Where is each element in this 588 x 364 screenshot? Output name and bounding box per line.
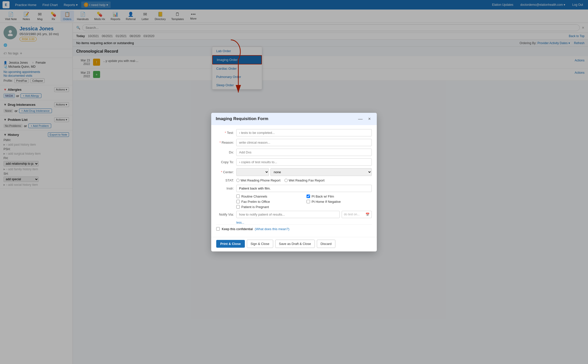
stat-label: STAT: [216,178,234,182]
wet-reading-phone-label: Wet Reading Phone Report [241,178,280,182]
checkbox-grid: Routine Channels Pt Back w/ Film Fax Pre… [236,195,372,209]
center-select-1[interactable] [236,168,269,176]
modal-overlay: Imaging Requisition Form — × Test: Reaso… [0,0,588,364]
wet-reading-fax-label: Wet Reading Fax Report [289,178,325,182]
sign-close-btn[interactable]: Sign & Close [247,240,273,248]
confidential-row: Keep this confidential (What does this m… [216,224,372,233]
modal-header: Imaging Requisition Form — × [211,113,377,125]
save-as-draft-btn[interactable]: Save as Draft & Close [275,240,315,248]
confidential-text: Keep this confidential [222,227,253,231]
copy-to-input[interactable] [236,158,372,166]
less-link[interactable]: less... [236,221,244,224]
modal-body: Test: Reason: Dx: Copy To: Center: [211,125,377,237]
modal-title: Imaging Requisition Form [216,116,268,121]
copy-to-label: Copy To: [216,160,234,164]
do-test-placeholder: do test on... [344,213,360,216]
patient-pregnant-checkbox[interactable]: Patient is Pregnant [236,205,302,209]
wet-reading-fax-radio[interactable]: Wet Reading Fax Report [284,178,325,182]
patient-pregnant-label: Patient is Pregnant [241,205,269,209]
instr-label: Instr: [216,187,234,190]
pt-home-negative-label: Pt Home If Negative [312,200,341,204]
discard-btn[interactable]: Discard [317,240,335,248]
minimize-icon[interactable]: — [358,116,362,122]
test-row: Test: [216,129,372,136]
reason-label: Reason: [216,141,234,144]
dx-row: Dx: [216,149,372,156]
calendar-icon[interactable]: 📅 [365,213,370,216]
wet-reading-phone-radio[interactable]: Wet Reading Phone Report [236,178,280,182]
center-row: Center: none [216,168,372,176]
pt-home-negative-checkbox[interactable]: Pt Home If Negative [307,200,372,204]
copy-to-row: Copy To: [216,158,372,166]
dx-input[interactable] [236,149,372,156]
stat-row: STAT: Wet Reading Phone Report Wet Readi… [216,178,372,182]
modal-close-btn[interactable]: × [366,116,372,122]
notify-via-label: Notify Via: [216,213,234,216]
imaging-requisition-modal: Imaging Requisition Form — × Test: Reaso… [211,113,377,251]
instr-input[interactable] [236,185,372,192]
confidential-checkbox[interactable] [216,227,220,231]
test-input[interactable] [236,129,372,136]
reason-row: Reason: [216,139,372,146]
fax-prelim-checkbox[interactable]: Fax Prelim to Office [236,200,302,204]
routine-channels-checkbox[interactable]: Routine Channels [236,195,302,198]
test-label: Test: [216,131,234,135]
less-link-row: less... [216,221,372,224]
print-close-btn[interactable]: Print & Close [216,240,245,248]
notify-via-input[interactable] [236,211,340,218]
center-select-2[interactable]: none [270,168,372,176]
what-does-this-mean-link[interactable]: (What does this mean?) [255,227,289,231]
dx-label: Dx: [216,150,234,154]
fax-prelim-label: Fax Prelim to Office [241,200,270,204]
reason-input[interactable] [236,139,372,146]
instr-row: Instr: [216,185,372,192]
routine-channels-label: Routine Channels [241,195,267,198]
center-label: Center: [216,170,234,174]
stat-radio-group: Wet Reading Phone Report Wet Reading Fax… [236,178,325,182]
pt-back-film-checkbox[interactable]: Pt Back w/ Film [307,195,372,198]
notify-via-row: Notify Via: do test on... 📅 [216,211,372,218]
modal-footer: Print & Close Sign & Close Save as Draft… [211,237,377,251]
pt-back-film-label: Pt Back w/ Film [312,195,334,198]
do-test-on-input[interactable]: do test on... 📅 [342,211,372,218]
